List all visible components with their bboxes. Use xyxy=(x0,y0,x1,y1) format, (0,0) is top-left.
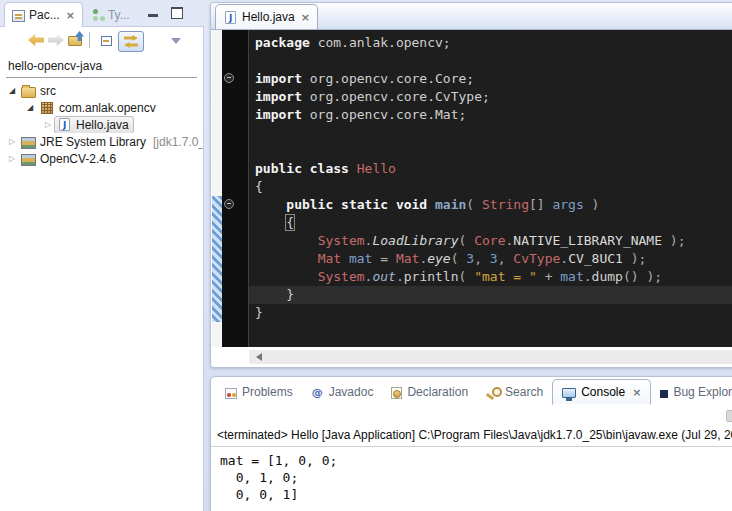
bottom-view-tabs: ProblemsJavadocDeclarationSearchConsole×… xyxy=(211,377,732,405)
package-explorer-toolbar xyxy=(0,27,203,55)
bottom-tab-search[interactable]: Search xyxy=(477,379,552,405)
code-line-6[interactable] xyxy=(249,124,732,142)
code-line-8[interactable]: public class Hello xyxy=(249,160,732,178)
up-folder-icon[interactable] xyxy=(68,36,82,46)
bottom-tab-javadoc[interactable]: Javadoc xyxy=(302,379,383,405)
scroll-left-arrow-icon[interactable] xyxy=(252,353,262,361)
project-label[interactable]: hello-opencv-java xyxy=(0,55,203,75)
bottom-tab-declaration[interactable]: Declaration xyxy=(382,379,477,405)
code-line-13[interactable]: Mat mat = Mat.eye( 3, 3, CvType.CV_8UC1 … xyxy=(249,250,732,268)
console-panel: ProblemsJavadocDeclarationSearchConsole×… xyxy=(210,376,732,511)
javadoc-icon xyxy=(311,385,324,399)
separator-icon xyxy=(89,32,90,48)
view-tab-label: Ty... xyxy=(108,8,130,22)
minimize-icon[interactable] xyxy=(148,14,158,17)
bottom-tab-label: Search xyxy=(505,385,543,399)
code-area[interactable]: package com.anlak.opencv;import org.open… xyxy=(249,30,732,347)
maximize-icon[interactable] xyxy=(171,7,183,19)
close-icon[interactable]: × xyxy=(301,12,310,23)
tree-item-body[interactable]: OpenCV-2.4.6 xyxy=(18,150,121,167)
bottom-tab-problems[interactable]: Problems xyxy=(216,379,302,405)
code-line-9[interactable]: { xyxy=(249,178,732,196)
tree-item-jre-system-library[interactable]: ▷JRE System Library[jdk1.7.0_25] xyxy=(0,133,203,150)
type-hierarchy-icon xyxy=(90,8,104,22)
expanded-arrow-icon[interactable]: ◢ xyxy=(6,86,18,95)
declaration-icon xyxy=(391,387,402,399)
code-line-7[interactable] xyxy=(249,142,732,160)
console-toolbar-button[interactable] xyxy=(726,410,732,422)
fold-collapse-icon[interactable] xyxy=(224,73,234,83)
editor-tab-strip: Hello.java × xyxy=(211,3,732,30)
editor-panel: Hello.java × package com.anlak.opencv;im… xyxy=(210,2,732,368)
tree-item-src[interactable]: ◢src xyxy=(0,82,203,99)
bottom-tab-console[interactable]: Console× xyxy=(552,379,651,405)
bottom-tab-bug-explorer[interactable]: Bug Explorer xyxy=(651,379,732,405)
annotation-ruler[interactable] xyxy=(212,30,222,347)
bottom-tab-label: Javadoc xyxy=(329,385,374,399)
divider xyxy=(6,77,197,78)
tree-item-opencv-2-4-6[interactable]: ▷OpenCV-2.4.6 xyxy=(0,150,203,167)
code-line-14[interactable]: System.out.println( "mat = " + mat.dump(… xyxy=(249,268,732,286)
collapse-all-icon[interactable] xyxy=(101,36,112,46)
code-line-1[interactable]: package com.anlak.opencv; xyxy=(249,34,732,52)
console-output-line: mat = [1, 0, 0; xyxy=(220,452,732,469)
code-line-16[interactable]: } xyxy=(249,304,732,322)
package-explorer-icon xyxy=(12,10,25,22)
project-tree: ◢src◢com.anlak.opencv▷Hello.java▷JRE Sys… xyxy=(0,80,203,167)
bottom-tab-label: Problems xyxy=(242,385,293,399)
horizontal-scrollbar[interactable] xyxy=(249,350,732,364)
console-output-line: 0, 1, 0; xyxy=(220,469,732,486)
console-process-header: <terminated> Hello [Java Application] C:… xyxy=(211,426,732,447)
package-explorer-panel: hello-opencv-java ◢src◢com.anlak.opencv▷… xyxy=(0,26,204,511)
problems-icon xyxy=(225,388,237,399)
bug-icon xyxy=(660,390,668,398)
forward-arrow-icon[interactable] xyxy=(48,34,64,46)
code-line-10[interactable]: public static void main( String[] args ) xyxy=(249,196,732,214)
code-line-12[interactable]: System.LoadLibrary( Core.NATIVE_LIBRARY_… xyxy=(249,232,732,250)
bottom-tab-label: Console xyxy=(581,385,625,399)
code-line-3[interactable]: import org.opencv.core.Core; xyxy=(249,70,732,88)
code-line-2[interactable] xyxy=(249,52,732,70)
expanded-arrow-icon[interactable]: ◢ xyxy=(24,103,36,112)
view-tab-ty[interactable]: Ty... xyxy=(83,2,137,27)
code-line-4[interactable]: import org.opencv.core.CvType; xyxy=(249,88,732,106)
code-line-5[interactable]: import org.opencv.core.Mat; xyxy=(249,106,732,124)
tree-item-body[interactable]: com.anlak.opencv xyxy=(36,99,161,116)
folding-gutter[interactable] xyxy=(222,30,249,347)
view-menu-icon[interactable] xyxy=(171,38,181,44)
library-icon xyxy=(21,154,36,166)
close-icon[interactable]: × xyxy=(632,387,641,398)
code-line-11[interactable]: { xyxy=(249,214,732,232)
back-arrow-icon[interactable] xyxy=(28,34,44,46)
bottom-tab-label: Bug Explorer xyxy=(673,385,732,399)
view-tab-pac[interactable]: Pac...× xyxy=(4,2,83,27)
tree-item-body[interactable]: src xyxy=(18,82,61,99)
code-line-15[interactable]: } xyxy=(249,286,732,304)
left-view-tabs: Pac...×Ty... xyxy=(4,2,137,27)
editor-tab-hello-java[interactable]: Hello.java × xyxy=(215,4,318,29)
fold-collapse-icon[interactable] xyxy=(224,199,234,209)
editor-content: package com.anlak.opencv;import org.open… xyxy=(212,30,732,347)
view-tab-label: Pac... xyxy=(29,8,60,22)
java-file-icon xyxy=(225,11,236,24)
tree-item-com-anlak-opencv[interactable]: ◢com.anlak.opencv xyxy=(0,99,203,116)
tree-item-label: Hello.java xyxy=(76,118,129,132)
package-icon xyxy=(41,102,53,114)
collapsed-arrow-icon[interactable]: ▷ xyxy=(6,154,18,163)
range-indicator xyxy=(212,196,222,322)
library-icon xyxy=(21,137,36,149)
search-icon xyxy=(486,386,500,400)
tree-item-hello-java[interactable]: ▷Hello.java xyxy=(0,116,203,133)
editor-tab-label: Hello.java xyxy=(242,10,295,24)
console-output-line: 0, 0, 1] xyxy=(220,486,732,503)
collapsed-arrow-icon[interactable]: ▷ xyxy=(42,120,54,129)
tree-item-body[interactable]: JRE System Library[jdk1.7.0_25] xyxy=(18,133,203,150)
java-file-icon xyxy=(59,118,70,131)
console-output[interactable]: mat = [1, 0, 0; 0, 1, 0; 0, 0, 1] xyxy=(211,447,732,503)
collapsed-arrow-icon[interactable]: ▷ xyxy=(6,137,18,146)
console-view-icon xyxy=(562,388,576,398)
bottom-tab-label: Declaration xyxy=(407,385,468,399)
tree-item-body[interactable]: Hello.java xyxy=(54,116,134,133)
close-icon[interactable]: × xyxy=(66,10,75,21)
link-with-editor-button[interactable] xyxy=(118,31,144,52)
